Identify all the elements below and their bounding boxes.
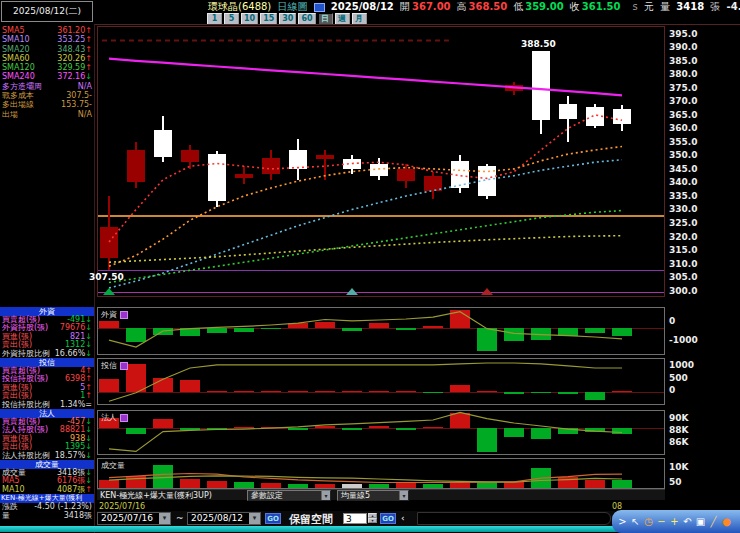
- vol-bar: [585, 480, 605, 488]
- stepper-down-icon[interactable]: ▾: [368, 518, 377, 523]
- panel-line-layer: [98, 411, 664, 454]
- pointer-icon[interactable]: ↖: [629, 510, 642, 533]
- undo-icon[interactable]: ↶: [681, 510, 694, 533]
- go-button[interactable]: GO: [265, 513, 281, 524]
- panel-axis-label: 500: [669, 373, 688, 383]
- sidebar-row: SMA5361.20↑: [0, 26, 94, 35]
- sidebar-row: 出場N/A: [0, 110, 94, 119]
- candle-wick: [567, 96, 569, 142]
- vol-bar: [450, 483, 470, 488]
- price-tick-label: 340.0: [669, 177, 697, 187]
- trust-bar: [585, 392, 605, 401]
- price-tick-label: 330.0: [669, 204, 697, 214]
- sidebar-row: 戰多成本307.5-: [0, 91, 94, 100]
- inst-label-chip: 法人: [101, 412, 128, 423]
- window-icon[interactable]: ▣: [694, 510, 707, 533]
- chevron-down-icon[interactable]: ▾: [321, 491, 330, 500]
- indicator-settings-icon[interactable]: [120, 414, 128, 422]
- panel-vol[interactable]: 成交量: [97, 458, 665, 489]
- indicator-settings-icon[interactable]: [120, 311, 128, 319]
- sidebar-section: 投信買賣超(張)4↑投信持股(張)6398↑買進(張)5↑賣出(張)1↑投信持股…: [0, 358, 94, 409]
- panel-axis-label: 10K: [669, 462, 689, 472]
- foreign-bar: [234, 328, 254, 332]
- price-annotation: 388.50: [521, 39, 556, 49]
- keep-space-input[interactable]: [343, 513, 367, 524]
- chevron-down-icon[interactable]: ▾: [399, 491, 408, 500]
- panel-foreign[interactable]: 外資: [97, 307, 665, 355]
- date-from-select[interactable]: 2025/07/16 ▾: [97, 512, 171, 525]
- chevron-down-icon[interactable]: ▾: [249, 513, 260, 524]
- zoom-out-icon[interactable]: −: [655, 510, 668, 533]
- vol-bar: [558, 477, 578, 488]
- panel-axis-label: 0: [669, 385, 675, 395]
- price-tick-label: 310.0: [669, 259, 697, 269]
- vol-bar: [315, 484, 335, 488]
- price-tick-label: 350.0: [669, 150, 697, 160]
- ohlc-field: 低359.00: [513, 1, 567, 12]
- bell-icon[interactable]: ●: [720, 510, 733, 533]
- sidebar-row: 多出場線153.75-: [0, 100, 94, 109]
- price-tick-label: 365.0: [669, 110, 697, 120]
- signal-marker: [103, 288, 115, 295]
- zero-line: [98, 392, 664, 393]
- panel-inst[interactable]: 法人: [97, 410, 665, 455]
- message-bar[interactable]: [417, 512, 611, 525]
- keep-space-stepper[interactable]: ▴ ▾: [368, 513, 377, 524]
- trust-bar: [477, 391, 497, 392]
- zoom-in-icon[interactable]: +: [668, 510, 681, 533]
- indicator-settings-icon[interactable]: [120, 362, 128, 370]
- panel-axis-label: 1000: [669, 360, 694, 370]
- foreign-bar: [99, 321, 119, 328]
- candle-body: [532, 51, 550, 120]
- chart-type-label: 日線圖: [277, 1, 307, 12]
- panel-title: 成交量: [101, 460, 125, 471]
- bottom-resize-bar[interactable]: [0, 526, 622, 532]
- trust-bar: [180, 380, 200, 391]
- foreign-bar: [504, 328, 524, 341]
- inst-bar: [612, 428, 632, 433]
- price-tick-label: 375.0: [669, 83, 697, 93]
- trust-bar: [234, 391, 254, 392]
- price-tick-label: 390.0: [669, 42, 697, 52]
- vol-bar: [504, 482, 524, 488]
- date-to-select[interactable]: 2025/08/12 ▾: [187, 512, 261, 525]
- expand-icon[interactable]: >: [616, 510, 629, 533]
- chevron-down-icon[interactable]: ▾: [159, 513, 170, 524]
- stock-name: 環球晶(6488): [208, 1, 271, 12]
- inst-bar: [423, 427, 443, 428]
- inst-bar: [342, 428, 362, 430]
- clock-icon[interactable]: ◷: [642, 510, 655, 533]
- chart-settings-icon[interactable]: [314, 3, 325, 12]
- panel-axis-label: -1000: [669, 335, 698, 345]
- price-tick-label: 370.0: [669, 96, 697, 106]
- candle-body: [343, 159, 361, 168]
- scroll-back-icon[interactable]: ‹: [401, 513, 405, 523]
- foreign-bar: [477, 328, 497, 351]
- volume-value: 3418: [676, 1, 704, 12]
- vol-bar: [531, 468, 551, 488]
- go-button[interactable]: GO: [380, 513, 396, 524]
- inst-bar: [585, 428, 605, 432]
- keep-space-label: 保留空間: [289, 512, 333, 527]
- price-tick-label: 315.0: [669, 245, 697, 255]
- trust-bar: [369, 391, 389, 392]
- candlestick-chart[interactable]: 388.50307.50: [97, 26, 665, 297]
- candle-body: [397, 169, 415, 181]
- foreign-bar: [153, 328, 173, 335]
- section-row: 量3418張: [0, 512, 94, 521]
- vol-bar: [207, 481, 227, 488]
- ohlc-field: 收361.50: [570, 1, 624, 12]
- pencil-icon[interactable]: ╱: [707, 510, 720, 533]
- top-separator: [95, 24, 740, 25]
- trust-bar: [153, 378, 173, 392]
- sidebar-section: 外資買賣超(張)-491↓外資持股(張)79676↓買進(張)821↓賣出(張)…: [0, 307, 94, 358]
- panel-trust[interactable]: 投信: [97, 358, 665, 405]
- quote-header: 環球晶(6488) 日線圖 2025/08/12 開367.00高368.50低…: [208, 1, 738, 13]
- candle-body: [127, 150, 145, 182]
- section-row: MA104087張↑: [0, 486, 94, 494]
- foreign-bar: [369, 323, 389, 328]
- time-axis: 2025/07/16 08: [97, 500, 665, 511]
- trust-bar: [423, 392, 443, 394]
- ma-value-list: SMA5361.20↑SMA10353.25↑SMA20348.43↑SMA60…: [0, 26, 94, 119]
- inst-bar: [315, 426, 335, 428]
